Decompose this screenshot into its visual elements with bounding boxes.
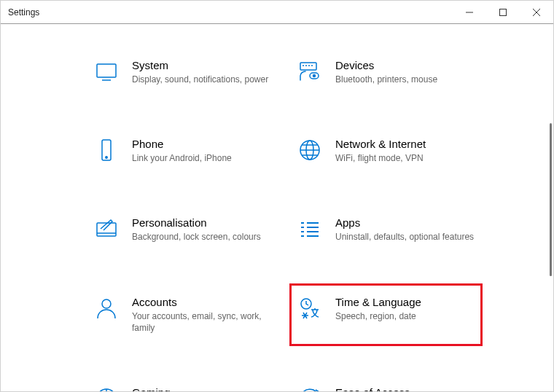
svg-rect-2 [300,63,316,70]
scrollbar[interactable] [550,123,552,276]
settings-item-apps[interactable]: Apps Uninstall, defaults, optional featu… [292,211,480,248]
minimize-button[interactable] [453,1,486,24]
item-desc: WiFi, flight mode, VPN [335,152,475,164]
item-desc: Background, lock screen, colours [132,231,271,243]
item-title: Apps [335,216,475,229]
settings-item-system[interactable]: System Display, sound, notifications, po… [88,53,277,91]
svg-point-6 [106,157,107,158]
item-title: Accounts [132,296,271,308]
apps-icon [297,216,322,241]
settings-grid: System Display, sound, notifications, po… [88,53,480,391]
paintbrush-icon [94,216,119,241]
settings-item-ease-of-access[interactable]: Ease of Access [292,380,480,391]
person-icon [94,296,119,321]
ease-of-access-icon [297,386,322,391]
devices-icon [297,59,322,84]
item-title: Network & Internet [335,138,475,150]
item-title: Devices [335,59,475,71]
maximize-button[interactable] [486,1,520,24]
settings-content: System Display, sound, notifications, po… [1,24,553,391]
settings-item-devices[interactable]: Devices Bluetooth, printers, mouse [292,53,480,91]
settings-item-accounts[interactable]: Accounts Your accounts, email, sync, wor… [88,290,277,340]
svg-point-10 [102,299,111,308]
settings-item-personalisation[interactable]: Personalisation Background, lock screen,… [88,211,277,248]
settings-item-gaming[interactable]: Gaming [88,380,277,391]
window-title: Settings [8,7,39,17]
svg-point-4 [313,75,316,77]
titlebar: Settings [1,1,553,24]
globe-icon [297,138,322,162]
item-title: Gaming [132,386,271,391]
item-title: Time & Language [335,296,475,308]
item-desc: Bluetooth, printers, mouse [335,74,475,85]
settings-item-time-language[interactable]: Time & Language Speech, region, date [292,286,480,344]
svg-rect-0 [500,9,507,15]
item-desc: Your accounts, email, sync, work, family [132,310,271,334]
item-desc: Link your Android, iPhone [132,152,271,164]
svg-rect-1 [97,64,116,77]
settings-item-phone[interactable]: Phone Link your Android, iPhone [88,132,277,170]
svg-rect-9 [97,223,116,236]
close-button[interactable] [520,1,553,24]
phone-icon [94,138,119,162]
item-title: Ease of Access [335,386,475,391]
item-desc: Display, sound, notifications, power [132,74,271,85]
system-icon [94,59,119,84]
settings-item-network[interactable]: Network & Internet WiFi, flight mode, VP… [292,132,480,170]
gaming-icon [94,386,119,391]
time-language-icon [297,296,322,321]
item-title: System [132,59,271,71]
item-title: Phone [132,138,271,150]
item-desc: Speech, region, date [335,310,475,322]
item-title: Personalisation [132,216,271,229]
item-desc: Uninstall, defaults, optional features [335,231,475,243]
